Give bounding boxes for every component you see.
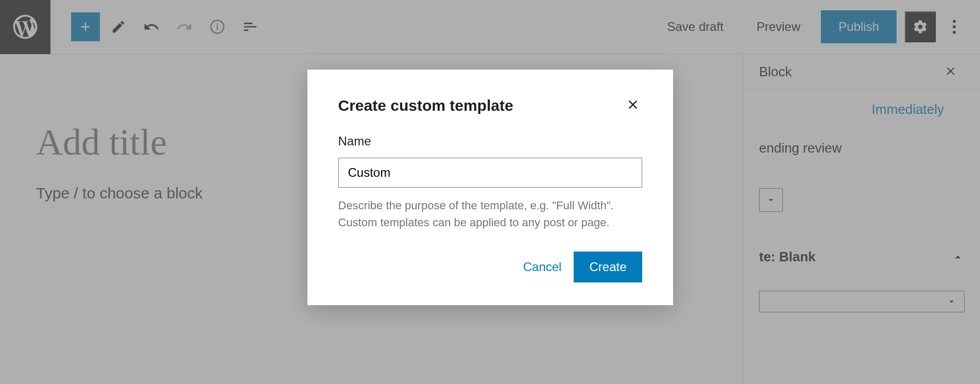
create-template-modal: Create custom template Name Describe the… — [307, 70, 673, 305]
close-icon — [626, 97, 640, 112]
modal-close-button[interactable] — [624, 95, 642, 115]
modal-title: Create custom template — [338, 97, 513, 114]
modal-description: Describe the purpose of the template, e.… — [338, 197, 642, 231]
cancel-button[interactable]: Cancel — [523, 260, 562, 274]
modal-header: Create custom template — [338, 95, 642, 115]
template-name-input[interactable] — [338, 158, 642, 188]
name-label: Name — [338, 134, 642, 148]
modal-actions: Cancel Create — [338, 252, 642, 282]
create-button[interactable]: Create — [574, 252, 642, 282]
